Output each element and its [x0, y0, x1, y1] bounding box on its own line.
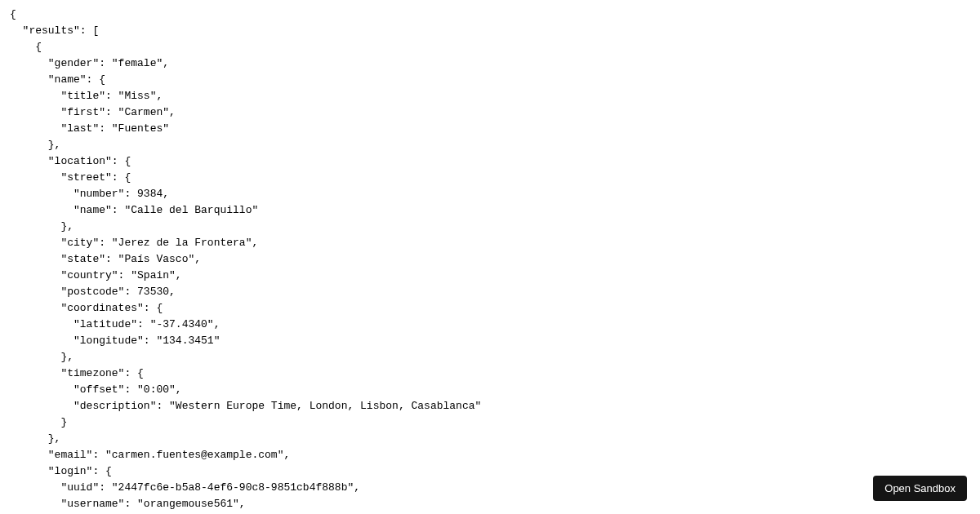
open-sandbox-button[interactable]: Open Sandbox [873, 476, 967, 501]
json-output: { "results": [ { "gender": "female", "na… [0, 0, 980, 514]
